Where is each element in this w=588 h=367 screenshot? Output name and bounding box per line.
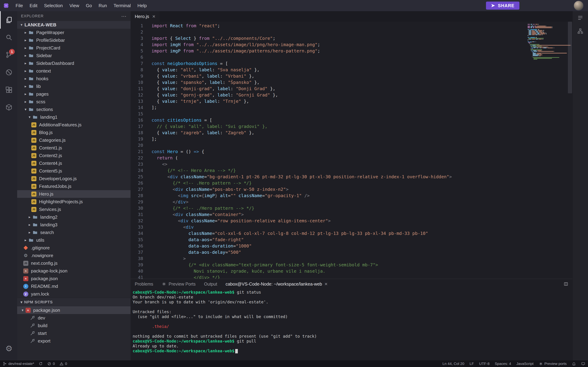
tree-item-Hero.js[interactable]: JSHero.js — [17, 190, 130, 198]
npm-script-label: export — [38, 338, 50, 344]
tree-item-search[interactable]: ▸search — [17, 229, 130, 236]
tree-item-Content2.js[interactable]: JSContent2.js — [17, 152, 130, 159]
chevron-right-icon: ▸ — [23, 46, 28, 50]
status-warnings[interactable]: 0 — [60, 362, 67, 366]
explorer-title: EXPLORER — [21, 14, 43, 18]
panel-tab-problems[interactable]: Problems — [135, 282, 153, 287]
code-content: import React from "react"; import { Sele… — [152, 22, 572, 279]
activity-containers[interactable] — [0, 99, 17, 116]
js-file-icon: JS — [31, 161, 36, 166]
tree-item-landing1[interactable]: ▾landing1 — [17, 113, 130, 121]
tab-Hero.js[interactable]: Hero.js× — [130, 11, 160, 22]
code-line: import imgP from "../../assets/image/pat… — [152, 48, 572, 54]
status-preview-ports[interactable]: Preview ports — [539, 362, 567, 366]
close-icon[interactable]: × — [324, 281, 328, 287]
npm-script-package.json[interactable]: ▾npackage.json — [17, 306, 130, 314]
panel-tab-bar: ProblemsPreview PortsOutputcabox@VS-Code… — [130, 279, 572, 289]
menu-go[interactable]: Go — [83, 0, 95, 11]
npm-script-export[interactable]: export — [17, 337, 130, 345]
tree-item-FeaturedJobs.js[interactable]: JSFeaturedJobs.js — [17, 183, 130, 190]
menu-file[interactable]: File — [12, 0, 26, 11]
tree-item-SidebarDashboard[interactable]: ▸SidebarDashboard — [17, 59, 130, 67]
tree-item-next.config.js[interactable]: JSnext.config.js — [17, 259, 130, 267]
tree-item-.nowignore[interactable]: ⚙.nowignore — [17, 252, 130, 259]
js-file-icon: JS — [31, 145, 36, 150]
right-outline[interactable] — [577, 15, 583, 21]
status-branch[interactable]: dev/real-estate* — [3, 362, 34, 366]
tree-item-package-lock.json[interactable]: npackage-lock.json — [17, 267, 130, 275]
tree-item-sections[interactable]: ▾sections — [17, 106, 130, 113]
status-notifications[interactable] — [572, 362, 576, 366]
tree-item-LANKEA-WEB[interactable]: ▾LANKEA-WEB — [17, 21, 130, 29]
npm-script-dev[interactable]: dev — [17, 314, 130, 322]
split-panel-button[interactable] — [564, 282, 568, 286]
tree-item-Blog.js[interactable]: JSBlog.js — [17, 129, 130, 136]
tree-item-scss[interactable]: ▸scss — [17, 98, 130, 106]
menu-run[interactable]: Run — [95, 0, 110, 11]
activity-explorer[interactable] — [0, 11, 17, 29]
status-line-col[interactable]: Ln 44, Col 20 — [442, 362, 464, 366]
tree-item-ProjectCard[interactable]: ▸ProjectCard — [17, 44, 130, 52]
tree-item-yarn.lock[interactable]: yyarn.lock — [17, 290, 130, 298]
activity-source-control[interactable]: 1 — [0, 46, 17, 64]
terminal[interactable]: cabox@VS-Code-Node:~/workspace/lankea-we… — [130, 289, 572, 360]
status-eol[interactable]: LF — [469, 362, 474, 366]
tree-item-Sidebar[interactable]: ▸Sidebar — [17, 52, 130, 59]
tree-item-ProfileSidebar[interactable]: ▸ProfileSidebar — [17, 36, 130, 44]
activity-extensions[interactable] — [0, 81, 17, 99]
tree-item-AdditionalFeatures.js[interactable]: JSAdditionalFeatures.js — [17, 121, 130, 129]
menu-selection[interactable]: Selection — [41, 0, 66, 11]
tree-item-landing2[interactable]: ▸landing2 — [17, 213, 130, 221]
npm-script-start[interactable]: start — [17, 329, 130, 337]
code-line: data-aos-delay="500" — [152, 249, 572, 256]
editor-scrollbar[interactable] — [568, 22, 572, 93]
code-editor[interactable]: 1234567891011121314151617181920212223242… — [130, 22, 572, 279]
status-indentation[interactable]: Spaces: 4 — [495, 362, 511, 366]
panel-tab-output[interactable]: Output — [204, 282, 217, 287]
tree-item-context[interactable]: ▸context — [17, 67, 130, 75]
menu-terminal[interactable]: Terminal — [110, 0, 134, 11]
tree-item-README.md[interactable]: iREADME.md — [17, 283, 130, 290]
activity-run-debug[interactable] — [0, 64, 17, 81]
more-actions-icon[interactable]: ⋯ — [121, 13, 127, 19]
panel-tab-cabox-vs-code-node-workspace-lankea-web[interactable]: cabox@VS-Code-Node: ~/workspace/lankea-w… — [225, 281, 328, 287]
tree-item-DeveloperLogos.js[interactable]: JSDeveloperLogos.js — [17, 175, 130, 183]
tree-item-lib[interactable]: ▸lib — [17, 83, 130, 90]
close-icon[interactable]: × — [152, 14, 156, 19]
status-language[interactable]: JavaScript — [516, 362, 534, 366]
status-preview-screen[interactable] — [581, 362, 585, 366]
npm-script-build[interactable]: build — [17, 322, 130, 329]
code-line: const citiesOptions = [ — [152, 117, 572, 123]
panel-tab-preview-ports[interactable]: Preview Ports — [162, 282, 196, 287]
menu-view[interactable]: View — [66, 0, 83, 11]
status-errors[interactable]: 0 — [47, 362, 55, 366]
npm-scripts-header[interactable]: ▾ NPM SCRIPTS — [17, 298, 130, 306]
tree-item-Content5.js[interactable]: JSContent5.js — [17, 167, 130, 175]
tree-item-HighlightedProjects.js[interactable]: JSHighlightedProjects.js — [17, 198, 130, 206]
activity-search[interactable] — [0, 29, 17, 46]
tree-item-Content1.js[interactable]: JSContent1.js — [17, 144, 130, 152]
status-encoding[interactable]: UTF-8 — [479, 362, 490, 366]
tree-item-Categories.js[interactable]: JSCategories.js — [17, 136, 130, 144]
tree-item-pages[interactable]: ▸pages — [17, 90, 130, 98]
tree-item-utils[interactable]: ▸utils — [17, 236, 130, 244]
tree-item-Services.js[interactable]: JSServices.js — [17, 206, 130, 213]
code-line: <div className="bg-gradient-1 pt-26 pt-m… — [152, 174, 572, 180]
box-icon — [5, 103, 13, 111]
user-avatar[interactable] — [574, 1, 583, 10]
tree-item-PageWrapper[interactable]: ▸PageWrapper — [17, 29, 130, 36]
menu-help[interactable]: Help — [134, 0, 150, 11]
tree-item-.gitignore[interactable]: .gitignore — [17, 244, 130, 252]
right-org-chart[interactable] — [577, 28, 583, 34]
wrench-icon — [30, 338, 35, 344]
minimap[interactable] — [528, 24, 566, 60]
menu-edit[interactable]: Edit — [26, 0, 41, 11]
status-sync[interactable] — [39, 362, 43, 366]
tree-item-package.json[interactable]: npackage.json — [17, 275, 130, 283]
js-file-icon: JS — [31, 199, 36, 204]
tree-item-hooks[interactable]: ▸hooks — [17, 75, 130, 83]
tree-item-Content4.js[interactable]: JSContent4.js — [17, 159, 130, 167]
share-button[interactable]: SHARE — [486, 1, 519, 10]
activity-settings[interactable]: ⚙ — [0, 340, 17, 357]
tree-item-landing3[interactable]: ▸landing3 — [17, 221, 130, 229]
